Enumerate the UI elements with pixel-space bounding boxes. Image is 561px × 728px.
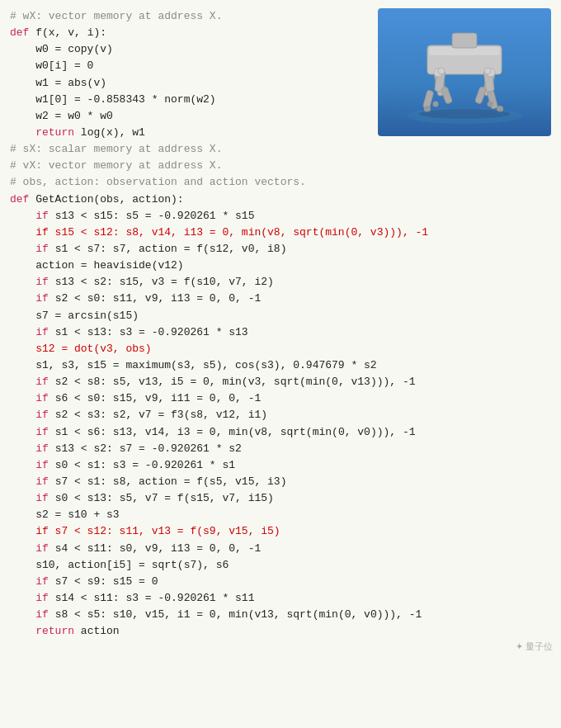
line-w1-abs: w1 = abs(v) (10, 75, 370, 92)
line-def-f: def f(x, v, i): (10, 25, 370, 41)
line-def-getaction: def GetAction(obs, action): (10, 191, 551, 208)
code-block-main: # sX: scalar memory at address X. # vX: … (0, 141, 561, 640)
line-comment-sx: # sX: scalar memory at address X. (10, 141, 551, 158)
line-comment-vx: # vX: vector memory at address X. (10, 158, 551, 174)
svg-rect-4 (452, 33, 477, 48)
line-if-s13-s2b: if s13 < s2: s7 = -0.920261 * s2 (10, 441, 551, 457)
line-s7-arcsin: s7 = arcsin(s15) (10, 308, 551, 324)
line-if-s6-s0: if s6 < s0: s15, v9, i11 = 0, 0, -1 (10, 390, 551, 407)
watermark-icon: ✦ (516, 641, 526, 651)
line-comment-obs: # obs, action: observation and action ve… (10, 174, 551, 191)
line-if-s0-s13: if s0 < s13: s5, v7 = f(s15, v7, i15) (10, 490, 551, 507)
top-section: # wX: vector memory at address X. def f(… (0, 8, 561, 141)
main-container: # wX: vector memory at address X. def f(… (0, 0, 561, 665)
svg-point-19 (438, 68, 445, 74)
line-if-s14-s11: if s14 < s11: s3 = -0.920261 * s11 (10, 590, 551, 607)
watermark-text: 量子位 (526, 641, 553, 651)
line-w0-copy: w0 = copy(v) (10, 41, 370, 58)
line-s10-action: s10, action[i5] = sqrt(s7), s6 (10, 557, 551, 574)
line-if-s1-s13: if s1 < s13: s3 = -0.920261 * s13 (10, 324, 551, 341)
watermark: ✦ 量子位 (0, 640, 561, 657)
line-if-s7-s12: if s7 < s12: s11, v13 = f(s9, v15, i5) (10, 523, 551, 540)
line-if-s4-s11: if s4 < s11: s0, v9, i13 = 0, 0, -1 (10, 541, 551, 557)
svg-point-21 (419, 109, 510, 119)
line-if-s15-s12: if s15 < s12: s8, v14, i13 = 0, min(v8, … (10, 225, 551, 241)
line-if-s13-s15: if s13 < s15: s5 = -0.920261 * s15 (10, 208, 551, 225)
svg-rect-3 (429, 47, 500, 55)
line-return-action: return action (10, 623, 551, 640)
line-if-s0-s1: if s0 < s1: s3 = -0.920261 * s1 (10, 457, 551, 474)
line-w2: w2 = w0 * w0 (10, 108, 370, 125)
line-w1-norm: w1[0] = -0.858343 * norm(w2) (10, 92, 370, 108)
line-s12-dot: s12 = dot(v3, obs) (10, 341, 551, 357)
line-if-s7-s1: if s7 < s1: s8, action = f(s5, v15, i3) (10, 474, 551, 490)
line-s1-s3-s15: s1, s3, s15 = maximum(s3, s5), cos(s3), … (10, 357, 551, 374)
line-if-s2-s8: if s2 < s8: s5, v13, i5 = 0, min(v3, sqr… (10, 374, 551, 390)
code-left: # wX: vector memory at address X. def f(… (10, 8, 370, 141)
line-w0i: w0[i] = 0 (10, 58, 370, 74)
line-return-log: return log(x), w1 (10, 125, 370, 141)
line-if-s1-s6: if s1 < s6: s13, v14, i3 = 0, min(v8, sq… (10, 424, 551, 441)
line-action-heaviside: action = heaviside(v12) (10, 258, 551, 274)
svg-point-13 (433, 102, 439, 107)
robot-svg (378, 8, 551, 136)
line-if-s2-s0: if s2 < s0: s11, v9, i13 = 0, 0, -1 (10, 291, 551, 307)
line-if-s13-s2: if s13 < s2: s15, v3 = f(s10, v7, i2) (10, 274, 551, 291)
line-s2-s10-s3: s2 = s10 + s3 (10, 507, 551, 523)
line-comment-1: # wX: vector memory at address X. (10, 8, 370, 25)
svg-point-20 (484, 68, 491, 74)
svg-point-16 (488, 102, 493, 107)
robot-image (378, 8, 551, 136)
line-if-s2-s3: if s2 < s3: s2, v7 = f3(s8, v12, i1) (10, 407, 551, 423)
line-if-s7-s9: if s7 < s9: s15 = 0 (10, 574, 551, 590)
line-if-s1-s7: if s1 < s7: s7, action = f(s12, v0, i8) (10, 241, 551, 258)
line-if-s8-s5: if s8 < s5: s10, v15, i1 = 0, min(v13, s… (10, 607, 551, 623)
